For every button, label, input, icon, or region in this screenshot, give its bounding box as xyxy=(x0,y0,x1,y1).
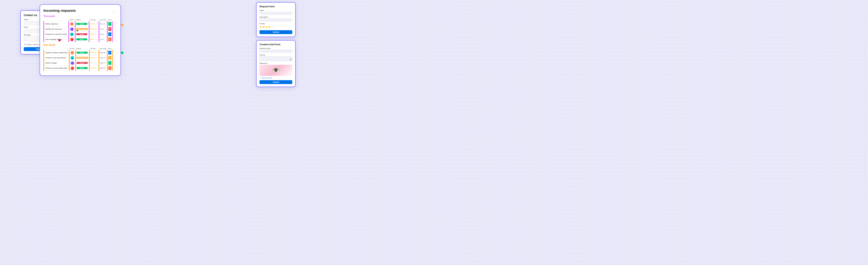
avatar xyxy=(71,56,74,60)
col-status2: Status xyxy=(75,47,89,50)
task-name: Respond to customer emails xyxy=(44,32,69,37)
priority-cell: ★★★★★ xyxy=(89,55,99,60)
check-circle[interactable] xyxy=(113,61,116,64)
file-badge: W xyxy=(108,51,111,54)
col-priority2: Priority xyxy=(89,47,99,50)
status-cell: Stuck xyxy=(75,32,89,37)
task-name: Conduct a risk assessment xyxy=(44,55,69,60)
file-cell: X xyxy=(107,60,112,65)
file-badge: X xyxy=(108,61,111,65)
check-circle[interactable] xyxy=(113,51,116,54)
check-circle[interactable] xyxy=(113,56,116,59)
due-date-cell: Sep 17 xyxy=(99,60,107,65)
task-name: Monitor budget xyxy=(44,60,69,65)
green-connector-dot xyxy=(121,51,123,54)
owner-cell xyxy=(69,60,75,65)
file-badge: B xyxy=(108,56,111,60)
due-date-cell: Oct 1 xyxy=(99,37,107,42)
next-month-table: Owner Status Priority Due date Files Upd… xyxy=(43,47,117,71)
rf-desc-label: Description xyxy=(259,16,292,18)
owner-cell xyxy=(69,55,75,60)
cursor-arrow-icon: ➤ xyxy=(76,29,79,32)
status-cell: Done xyxy=(75,22,89,27)
check-circle[interactable] xyxy=(113,67,116,70)
priority-cell: ★★★★★ xyxy=(89,27,99,32)
status-cell: Stuck xyxy=(75,60,89,65)
avatar xyxy=(70,38,73,41)
request-form-title: Request form xyxy=(259,5,292,8)
col-priority: Priority xyxy=(89,19,99,22)
creative-form-submit[interactable]: Submit xyxy=(259,80,292,84)
check-cell xyxy=(112,60,117,65)
avatar xyxy=(70,22,73,26)
priority-cell: ★★★★★ xyxy=(89,50,99,55)
check-circle[interactable] xyxy=(113,27,116,30)
right-panels: Request form Name Description Priority ★… xyxy=(256,2,296,87)
status-badge: Working on it xyxy=(76,57,88,59)
file-badge: AI xyxy=(108,37,111,41)
file-cell: PDF xyxy=(107,27,112,32)
rf-priority-stars[interactable]: ★★★★★ xyxy=(259,25,292,28)
rf-name-label: Name xyxy=(259,9,292,11)
check-cell xyxy=(112,55,117,60)
task-name: New campaign design xyxy=(44,37,69,42)
col-task2 xyxy=(44,47,69,50)
status-badge: Done xyxy=(76,67,88,69)
rf-priority-label: Priority xyxy=(259,23,292,25)
priority-cell: ★★★★★ xyxy=(89,65,99,71)
yellow-connector-dot xyxy=(121,24,123,26)
check-cell xyxy=(112,27,117,32)
avatar xyxy=(70,33,73,36)
due-date-cell: Sep 21 xyxy=(99,55,107,60)
file-cell: X xyxy=(107,22,112,27)
reference-image: 👁️ xyxy=(259,65,292,76)
col-owner: Owner xyxy=(69,19,75,22)
check-circle[interactable] xyxy=(113,33,116,35)
main-panel: Incoming requests ··· This month Owner S… xyxy=(39,4,121,76)
col-due: Due date xyxy=(99,19,107,22)
task-name: Identify key resources xyxy=(44,27,69,32)
status-cell: Working on it xyxy=(75,55,89,60)
cb-format-input[interactable]: ⋮⋮ xyxy=(259,56,292,61)
cb-format-label: Format xyxy=(259,54,292,56)
priority-cell: ★★★★★ xyxy=(89,22,99,27)
request-form-panel: Request form Name Description Priority ★… xyxy=(256,2,296,37)
file-cell: B xyxy=(107,55,112,60)
col-check xyxy=(112,19,117,22)
task-name: Refine objectives xyxy=(44,22,69,27)
plus-icon: ＋ xyxy=(259,77,261,79)
cb-reference-label: Reference xyxy=(259,62,292,64)
owner-cell xyxy=(69,65,75,71)
col-due2: Due date xyxy=(99,47,107,50)
col-check2 xyxy=(112,47,117,50)
task-name: Update contractor agreement xyxy=(44,50,69,55)
owner-cell xyxy=(69,22,75,27)
file-badge: Ai xyxy=(108,66,111,70)
add-files-link[interactable]: ＋ Add more files xyxy=(259,77,292,79)
status-cell: Done xyxy=(75,65,89,71)
resize-handle-icon: ⋮⋮ xyxy=(290,59,291,60)
main-panel-title: Incoming requests xyxy=(43,8,117,13)
rf-desc-input[interactable] xyxy=(259,19,292,22)
check-circle[interactable] xyxy=(113,22,116,25)
due-date-cell: Oct 2 xyxy=(99,32,107,37)
priority-cell: ★★★★★ xyxy=(89,60,99,65)
col-task xyxy=(44,19,69,22)
check-cell xyxy=(112,32,117,37)
col-files: Files xyxy=(107,19,112,22)
check-cell xyxy=(112,37,117,42)
status-badge: Done xyxy=(76,38,87,40)
rf-name-input[interactable] xyxy=(259,12,292,15)
more-options-icon[interactable]: ··· xyxy=(112,9,116,13)
cb-request-name-input[interactable] xyxy=(259,50,292,53)
avatar xyxy=(71,67,74,70)
avatar xyxy=(71,61,74,65)
due-date-cell: Oct 5 xyxy=(99,27,107,32)
check-cell xyxy=(112,22,117,27)
task-name: Develop communication plan xyxy=(44,65,69,71)
request-form-submit[interactable]: Submit xyxy=(259,30,292,34)
status-badge: Stuck xyxy=(76,62,88,64)
file-cell: AI xyxy=(107,37,112,42)
status-badge: Stuck xyxy=(76,33,87,35)
check-circle[interactable] xyxy=(113,38,116,41)
